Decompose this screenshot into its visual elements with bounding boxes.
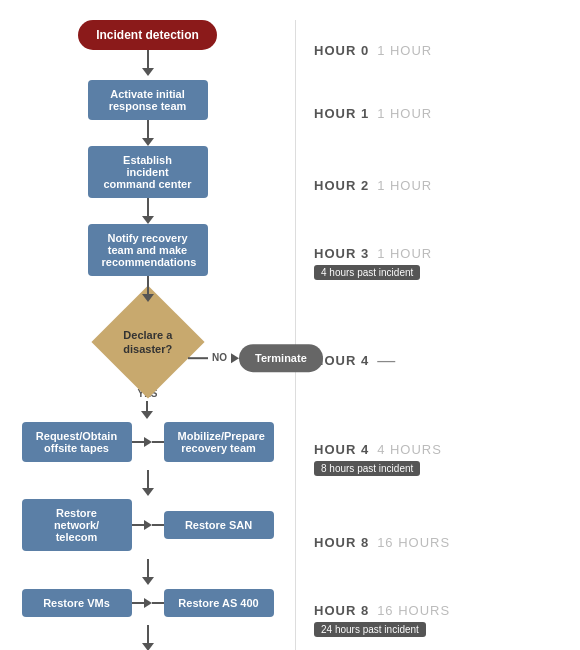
right-hour4b: HOUR 4 4 HOURS 8 hours past incident [295, 419, 580, 499]
right-hour0: HOUR 0 1 HOUR [295, 20, 580, 80]
section-establish: Establish incident command center HOUR 2… [0, 146, 580, 224]
parallel-row-3: Restore VMs Restore AS 400 [0, 589, 295, 617]
arrow-parallel1 [142, 488, 154, 496]
right-hour8b: HOUR 8 16 HOURS 24 hours past incident [295, 585, 580, 650]
left-incident: Incident detection [0, 20, 295, 80]
node-activate: Activate initial response team [88, 80, 208, 146]
badge-8h: 8 hours past incident [314, 461, 420, 476]
hour-label-1: HOUR 1 [314, 106, 369, 121]
activate-box: Activate initial response team [88, 80, 208, 120]
arrow-right-1 [144, 437, 152, 447]
vline-3 [147, 198, 149, 216]
section-diamond: Declare a disaster? YES NO Terminate [0, 302, 580, 419]
arrow-parallel2 [142, 577, 154, 585]
restore-as400-box: Restore AS 400 [164, 589, 274, 617]
vline-2 [147, 120, 149, 138]
restore-san-box: Restore SAN [164, 511, 274, 539]
arrow-parallel3 [142, 643, 154, 650]
no-branch: NO Terminate [188, 344, 323, 372]
vline-parallel2 [147, 559, 149, 577]
right-hour2: HOUR 2 1 HOUR [295, 146, 580, 224]
hour-value-0: 1 HOUR [377, 43, 432, 58]
yes-line [146, 401, 148, 411]
notify-box: Notify recovery team and make recommenda… [88, 224, 208, 276]
left-activate: Activate initial response team [0, 80, 295, 146]
hour-label-0: HOUR 0 [314, 43, 369, 58]
restore-vms-box: Restore VMs [22, 589, 132, 617]
vline-1 [147, 50, 149, 68]
hour-value-1: 1 HOUR [377, 106, 432, 121]
hour-label-2: HOUR 2 [314, 178, 369, 193]
parallel-row-2: Restore network/ telecom Restore SAN [0, 499, 295, 551]
diamond-box: Declare a disaster? [91, 285, 204, 398]
parallel-row-1: Request/Obtain offsite tapes Mobilize/Pr… [0, 422, 295, 462]
hour-value-3: 1 HOUR [377, 246, 432, 261]
section-parallel1: Request/Obtain offsite tapes Mobilize/Pr… [0, 419, 580, 499]
left-parallel2: Restore network/ telecom Restore SAN [0, 499, 295, 585]
vline-parallel3 [147, 625, 149, 643]
right-hour1: HOUR 1 1 HOUR [295, 80, 580, 146]
h-connector-3 [132, 598, 164, 608]
hour-label-4b: HOUR 4 [314, 442, 369, 457]
dash-4a: — [377, 350, 395, 371]
incident-detection-box: Incident detection [78, 20, 217, 50]
hour-label-8b: HOUR 8 [314, 603, 369, 618]
arrow-4 [142, 294, 154, 302]
section-activate: Activate initial response team HOUR 1 1 … [0, 80, 580, 146]
hour-value-8b: 16 HOURS [377, 603, 450, 618]
section-notify: Notify recovery team and make recommenda… [0, 224, 580, 302]
h-connector-2 [132, 520, 164, 530]
node-incident-detection: Incident detection [78, 20, 217, 76]
badge-4h: 4 hours past incident [314, 265, 420, 280]
page: Incident detection HOUR 0 1 HOUR Activat… [0, 0, 580, 650]
node-notify: Notify recovery team and make recommenda… [88, 224, 208, 302]
hour-value-4b: 4 HOURS [377, 442, 442, 457]
left-diamond: Declare a disaster? YES NO Terminate [0, 302, 295, 419]
arrow-1 [142, 68, 154, 76]
establish-box: Establish incident command center [88, 146, 208, 198]
arrow-right-3 [144, 598, 152, 608]
right-hour3: HOUR 3 1 HOUR 4 hours past incident [295, 224, 580, 302]
left-parallel3: Restore VMs Restore AS 400 [0, 585, 295, 650]
hour-value-2: 1 HOUR [377, 178, 432, 193]
section-parallel2: Restore network/ telecom Restore SAN HOU… [0, 499, 580, 585]
node-establish: Establish incident command center [88, 146, 208, 224]
arrow-3 [142, 216, 154, 224]
left-notify: Notify recovery team and make recommenda… [0, 224, 295, 302]
yes-arrow [141, 411, 153, 419]
hour-label-3: HOUR 3 [314, 246, 369, 261]
h-connector-1 [132, 437, 164, 447]
section-parallel3: Restore VMs Restore AS 400 HOUR 8 16 HOU… [0, 585, 580, 650]
hour-label-8: HOUR 8 [314, 535, 369, 550]
vline-parallel1 [147, 470, 149, 488]
arrow-2 [142, 138, 154, 146]
request-box: Request/Obtain offsite tapes [22, 422, 132, 462]
badge-24h: 24 hours past incident [314, 622, 426, 637]
arrow-right-2 [144, 520, 152, 530]
no-label: NO [212, 352, 227, 363]
left-parallel1: Request/Obtain offsite tapes Mobilize/Pr… [0, 419, 295, 499]
terminate-box: Terminate [239, 344, 323, 372]
mobilize-box: Mobilize/Prepare recovery team [164, 422, 274, 462]
right-hour8: HOUR 8 16 HOURS [295, 499, 580, 585]
diamond-text: Declare a disaster? [113, 328, 183, 357]
vline-4 [147, 276, 149, 294]
section-incident: Incident detection HOUR 0 1 HOUR [0, 20, 580, 80]
col-mobilize: Mobilize/Prepare recovery team [164, 422, 274, 462]
left-establish: Establish incident command center [0, 146, 295, 224]
restore-network-box: Restore network/ telecom [22, 499, 132, 551]
no-arrow [231, 353, 239, 363]
right-hour4-no: HOUR 4 — [295, 302, 580, 419]
col-request: Request/Obtain offsite tapes [22, 422, 132, 462]
hour-value-8: 16 HOURS [377, 535, 450, 550]
